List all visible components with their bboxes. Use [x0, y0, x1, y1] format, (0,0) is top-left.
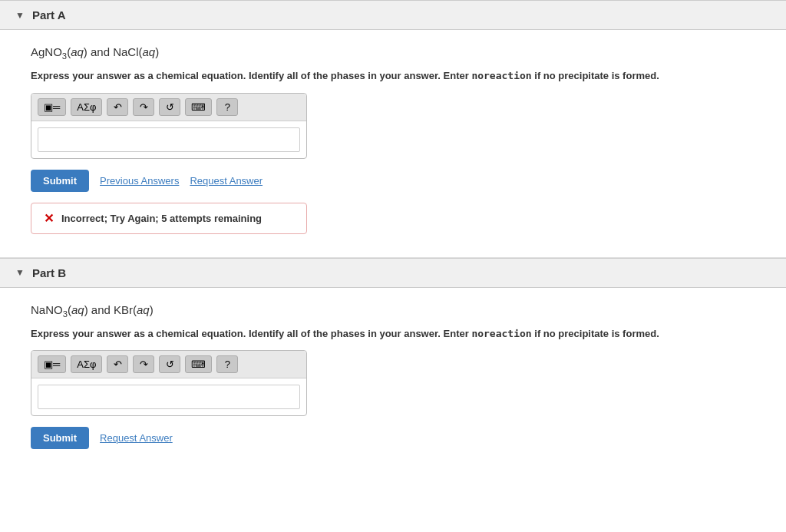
- symbol-button-b[interactable]: ΑΣφ: [71, 355, 102, 373]
- keyboard-button-b[interactable]: ⌨: [185, 355, 212, 373]
- part-a-submit-button[interactable]: Submit: [31, 170, 89, 192]
- undo-button-b[interactable]: ↶: [107, 355, 128, 373]
- redo-button[interactable]: ↷: [133, 98, 154, 116]
- redo-icon: ↷: [140, 101, 148, 113]
- part-b-toolbar: ▣═ ΑΣφ ↶ ↷ ↺ ⌨ ?: [31, 351, 306, 378]
- part-b-header[interactable]: ▼ Part B: [0, 258, 786, 288]
- template-button-b[interactable]: ▣═: [38, 355, 66, 373]
- refresh-icon-b: ↺: [166, 359, 174, 370]
- part-a-actions: Submit Previous Answers Request Answer: [31, 170, 763, 192]
- part-b-formula: NaNO3(aq) and KBr(aq): [31, 303, 763, 319]
- refresh-button[interactable]: ↺: [159, 98, 180, 116]
- symbol-button[interactable]: ΑΣφ: [71, 98, 102, 116]
- part-b-title: Part B: [32, 266, 66, 279]
- part-a-instruction: Express your answer as a chemical equati…: [31, 68, 763, 84]
- redo-button-b[interactable]: ↷: [133, 355, 154, 373]
- part-a-formula: AgNO3(aq) and NaCl(aq): [31, 45, 763, 61]
- part-a-title: Part A: [32, 8, 66, 21]
- part-b-content: NaNO3(aq) and KBr(aq) Express your answe…: [0, 288, 786, 484]
- undo-button[interactable]: ↶: [107, 98, 128, 116]
- part-b-instruction: Express your answer as a chemical equati…: [31, 326, 763, 342]
- incorrect-icon: ✕: [44, 211, 54, 226]
- part-a-input-area: [31, 121, 306, 158]
- refresh-icon: ↺: [166, 101, 174, 113]
- part-b-section: ▼ Part B NaNO3(aq) and KBr(aq) Express y…: [0, 258, 786, 484]
- template-button[interactable]: ▣═: [38, 98, 66, 116]
- part-b-request-answer-button[interactable]: Request Answer: [100, 432, 173, 444]
- part-b-input[interactable]: [38, 385, 300, 409]
- part-a-editor: ▣═ ΑΣφ ↶ ↷ ↺ ⌨ ?: [31, 93, 307, 159]
- part-a-feedback: ✕ Incorrect; Try Again; 5 attempts remai…: [31, 203, 307, 234]
- part-a-input[interactable]: [38, 127, 300, 152]
- help-button-b[interactable]: ?: [216, 355, 238, 373]
- refresh-button-b[interactable]: ↺: [159, 355, 180, 373]
- help-icon-b: ?: [225, 359, 230, 370]
- undo-icon-b: ↶: [114, 359, 122, 370]
- part-a-header[interactable]: ▼ Part A: [0, 0, 786, 30]
- redo-icon-b: ↷: [140, 359, 148, 370]
- part-a-toolbar: ▣═ ΑΣφ ↶ ↷ ↺ ⌨ ?: [31, 94, 306, 121]
- feedback-text: Incorrect; Try Again; 5 attempts remaini…: [61, 213, 262, 224]
- chevron-down-icon-b: ▼: [15, 267, 25, 278]
- undo-icon: ↶: [114, 101, 122, 113]
- part-b-editor: ▣═ ΑΣφ ↶ ↷ ↺ ⌨ ?: [31, 350, 307, 416]
- chevron-down-icon: ▼: [15, 10, 25, 21]
- template-icon-b: ▣═: [44, 359, 60, 370]
- symbol-icon-b: ΑΣφ: [77, 359, 96, 370]
- keyboard-button[interactable]: ⌨: [185, 98, 212, 116]
- part-b-input-area: [31, 378, 306, 415]
- part-b-submit-button[interactable]: Submit: [31, 427, 89, 449]
- part-a-previous-answers-button[interactable]: Previous Answers: [100, 175, 179, 187]
- keyboard-icon: ⌨: [191, 101, 206, 113]
- part-b-actions: Submit Request Answer: [31, 427, 763, 449]
- part-a-request-answer-button[interactable]: Request Answer: [190, 175, 263, 187]
- part-a-content: AgNO3(aq) and NaCl(aq) Express your answ…: [0, 30, 786, 257]
- help-button[interactable]: ?: [216, 98, 238, 116]
- help-icon: ?: [225, 101, 230, 113]
- part-a-section: ▼ Part A AgNO3(aq) and NaCl(aq) Express …: [0, 0, 786, 257]
- keyboard-icon-b: ⌨: [191, 359, 206, 370]
- template-icon: ▣═: [44, 101, 60, 113]
- symbol-icon: ΑΣφ: [77, 101, 96, 113]
